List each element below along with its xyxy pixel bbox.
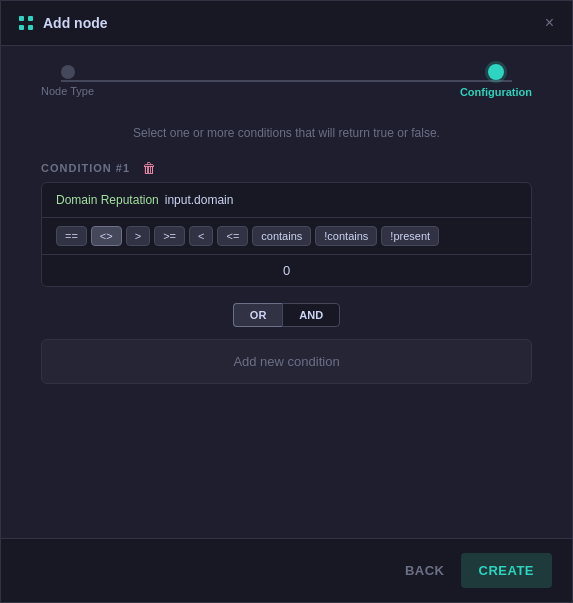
step-line [61,80,512,82]
dialog-footer: BACK CREATE [1,538,572,602]
step-configuration: Configuration [460,64,532,98]
op-contains[interactable]: contains [252,226,311,246]
header-left: Add node [17,14,108,32]
and-button[interactable]: AND [282,303,340,327]
delete-condition-icon[interactable]: 🗑 [142,160,156,176]
add-node-dialog: Add node × Node Type Configuration Selec… [0,0,573,603]
subtitle: Select one or more conditions that will … [41,126,532,140]
condition-row-top: Domain Reputation input.domain [42,183,531,218]
condition-value: 0 [283,263,290,278]
op-lte[interactable]: <= [217,226,248,246]
step-label-configuration: Configuration [460,86,532,98]
op-not-present[interactable]: !present [381,226,439,246]
back-button[interactable]: BACK [405,563,445,578]
op-lt[interactable]: < [189,226,213,246]
op-gt[interactable]: > [126,226,150,246]
op-not-contains[interactable]: !contains [315,226,377,246]
logic-buttons: OR AND [41,303,532,327]
svg-rect-3 [28,25,33,30]
step-node-type: Node Type [41,65,94,97]
node-icon [17,14,35,32]
dialog-header: Add node × [1,1,572,46]
condition-header: CONDITION #1 🗑 [41,160,532,176]
dialog-title: Add node [43,15,108,31]
main-content: Select one or more conditions that will … [1,116,572,538]
op-gte[interactable]: >= [154,226,185,246]
step-label-node-type: Node Type [41,85,94,97]
close-button[interactable]: × [543,13,556,33]
add-condition-button[interactable]: Add new condition [41,339,532,384]
svg-rect-1 [28,16,33,21]
condition-row-value: 0 [42,255,531,286]
svg-rect-0 [19,16,24,21]
create-button[interactable]: CREATE [461,553,552,588]
op-neq[interactable]: <> [91,226,122,246]
operators-row: == <> > >= < <= contains !contains !pres… [42,218,531,255]
op-eq[interactable]: == [56,226,87,246]
svg-rect-2 [19,25,24,30]
step-dot-node-type [61,65,75,79]
condition-box: Domain Reputation input.domain == <> > >… [41,182,532,287]
condition-label: CONDITION #1 [41,162,130,174]
domain-reputation-label: Domain Reputation [56,193,159,207]
steps-container: Node Type Configuration [1,46,572,116]
or-button[interactable]: OR [233,303,283,327]
domain-input-value: input.domain [165,193,234,207]
step-dot-configuration [488,64,504,80]
